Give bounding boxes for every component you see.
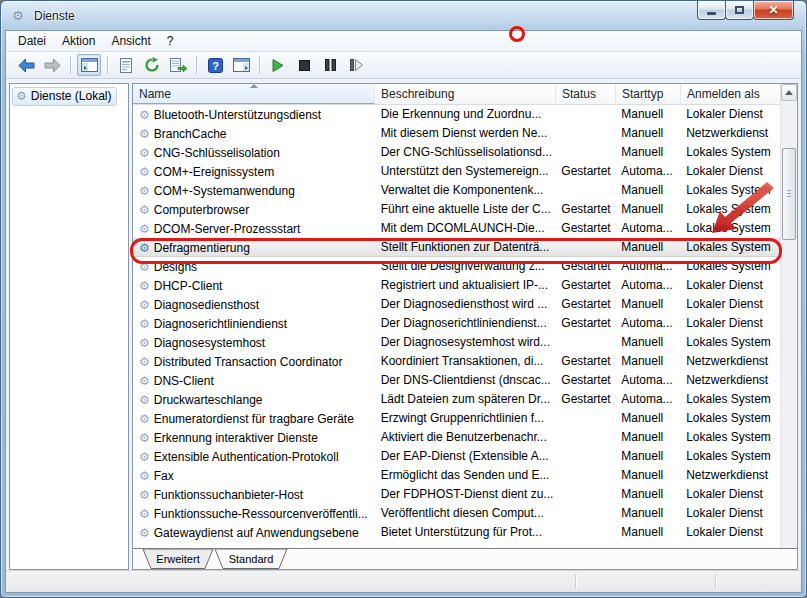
gear-icon: ⚙	[139, 185, 150, 197]
service-startup-type: Automa...	[615, 390, 680, 409]
table-row[interactable]: ⚙Distributed Transaction CoordinatorKoor…	[133, 352, 780, 371]
column-label: Starttyp	[622, 87, 663, 101]
scroll-up-icon	[785, 90, 793, 95]
table-row[interactable]: ⚙COM+-SystemanwendungVerwaltet die Kompo…	[133, 181, 780, 200]
refresh-button[interactable]	[140, 54, 164, 76]
service-name-cell: ⚙Defragmentierung	[133, 238, 375, 257]
service-description: Der CNG-Schlüsselisolationsd...	[375, 143, 556, 162]
table-row[interactable]: ⚙DiagnosediensthostDer Diagnosediensthos…	[133, 295, 780, 314]
back-button[interactable]	[14, 54, 38, 76]
gear-icon: ⚙	[139, 527, 150, 539]
minimize-button[interactable]	[697, 1, 726, 20]
table-row[interactable]: ⚙DiagnosesystemhostDer Diagnosesystemhos…	[133, 333, 780, 352]
service-name: Bluetooth-Unterstützungsdienst	[154, 108, 321, 122]
service-status: Gestartet	[555, 390, 615, 409]
gear-icon: ⚙	[16, 90, 27, 102]
properties-button[interactable]	[114, 54, 138, 76]
service-name-cell: ⚙Funktionssuchanbieter-Host	[133, 485, 375, 504]
table-row[interactable]: ⚙DCOM-Server-ProzessstartMit dem DCOMLAU…	[133, 219, 780, 238]
table-row[interactable]: ⚙DesignsStellt die Designverwaltung z...…	[133, 257, 780, 276]
service-status	[555, 466, 615, 485]
title-bar[interactable]: ⚙ Dienste ✕	[1, 1, 806, 30]
service-status: Gestartet	[555, 257, 615, 276]
table-row[interactable]: ⚙CNG-SchlüsselisolationDer CNG-Schlüssel…	[133, 143, 780, 162]
column-header-starttyp[interactable]: Starttyp	[616, 84, 681, 104]
service-startup-type: Automa...	[615, 219, 680, 238]
service-description: Der Diagnosesystemhost wird...	[375, 333, 556, 352]
service-description: Stellt Funktionen zur Datenträ...	[375, 238, 556, 257]
gear-icon: ⚙	[139, 109, 150, 121]
export-list-button[interactable]	[166, 54, 190, 76]
gear-icon: ⚙	[139, 318, 150, 330]
service-logon-as: Lokales System	[680, 257, 780, 276]
toolbar-separator	[259, 56, 260, 74]
table-row[interactable]: ⚙Funktionssuchanbieter-HostDer FDPHOST-D…	[133, 485, 780, 504]
forward-arrow-icon	[44, 58, 61, 73]
service-status: Gestartet	[555, 219, 615, 238]
table-row[interactable]: ⚙Funktionssuche-Ressourcenveröffentli...…	[133, 504, 780, 523]
start-service-button[interactable]	[266, 54, 290, 76]
window-title: Dienste	[34, 9, 75, 23]
scrollbar-grip-icon	[787, 190, 791, 198]
close-button[interactable]: ✕	[753, 1, 794, 20]
service-description: Koordiniert Transaktionen, di...	[375, 352, 556, 371]
forward-button[interactable]	[40, 54, 64, 76]
table-row[interactable]: ⚙Bluetooth-UnterstützungsdienstDie Erken…	[133, 105, 780, 124]
table-row[interactable]: ⚙COM+-EreignissystemUnterstützt den Syst…	[133, 162, 780, 181]
menu-datei[interactable]: Datei	[10, 32, 54, 50]
service-status	[555, 428, 615, 447]
pause-service-button[interactable]	[318, 54, 342, 76]
table-row[interactable]: ⚙DNS-ClientDer DNS-Clientdienst (dnscac.…	[133, 371, 780, 390]
service-name-cell: ⚙Erkennung interaktiver Dienste	[133, 428, 375, 447]
service-name-cell: ⚙BranchCache	[133, 124, 375, 143]
service-status: Gestartet	[555, 276, 615, 295]
menu-aktion[interactable]: Aktion	[54, 32, 103, 50]
show-console-tree-button[interactable]	[77, 54, 101, 76]
service-logon-as: Netzwerkdienst	[680, 466, 780, 485]
tab-standard-label[interactable]: Standard	[229, 553, 274, 565]
column-header-beschreibung[interactable]: Beschreibung	[375, 84, 556, 104]
service-name: Funktionssuche-Ressourcenveröffentli...	[154, 507, 368, 521]
column-header-anmelden-als[interactable]: Anmelden als	[681, 84, 781, 104]
service-logon-as: Lokales System	[680, 333, 780, 352]
stop-service-button[interactable]	[292, 54, 316, 76]
service-status	[555, 447, 615, 466]
tree-item-dienste-lokal[interactable]: ⚙ Dienste (Lokal)	[12, 87, 117, 106]
action-pane-icon	[233, 58, 250, 72]
menu-ansicht[interactable]: Ansicht	[103, 32, 158, 50]
table-row[interactable]: ⚙ComputerbrowserFührt eine aktuelle List…	[133, 200, 780, 219]
table-row[interactable]: ⚙Erkennung interaktiver DiensteAktiviert…	[133, 428, 780, 447]
table-row[interactable]: ⚙Enumeratordienst für tragbare GeräteErz…	[133, 409, 780, 428]
maximize-button[interactable]	[725, 1, 754, 20]
menu-hilfe[interactable]: ?	[159, 32, 182, 50]
table-row[interactable]: ⚙DruckwarteschlangeLädt Dateien zum spät…	[133, 390, 780, 409]
table-row[interactable]: ⚙DHCP-ClientRegistriert und aktualisiert…	[133, 276, 780, 295]
vertical-scrollbar[interactable]	[780, 84, 797, 569]
show-action-pane-button[interactable]	[229, 54, 253, 76]
table-row[interactable]: ⚙FaxErmöglicht das Senden und E...Manuel…	[133, 466, 780, 485]
toolbar: ?	[6, 52, 801, 79]
service-startup-type: Manuell	[615, 295, 680, 314]
table-row[interactable]: ⚙Gatewaydienst auf AnwendungsebeneBietet…	[133, 523, 780, 542]
gear-icon: ⚙	[139, 375, 150, 387]
tab-erweitert-label[interactable]: Erweitert	[156, 553, 199, 565]
help-button[interactable]: ?	[203, 54, 227, 76]
table-row[interactable]: ⚙BranchCacheMit diesem Dienst werden Ne.…	[133, 124, 780, 143]
gear-icon: ⚙	[139, 166, 150, 178]
service-logon-as: Lokaler Dienst	[680, 314, 780, 333]
restart-service-button[interactable]	[344, 54, 368, 76]
service-name: Diagnosediensthost	[154, 298, 259, 312]
scrollbar-thumb[interactable]	[782, 148, 796, 240]
scroll-up-button[interactable]	[781, 84, 797, 101]
column-header-name[interactable]: Name	[133, 84, 375, 104]
column-label: Anmelden als	[687, 87, 760, 101]
service-status	[555, 181, 615, 200]
table-row[interactable]: ⚙DiagnoserichtliniendienstDer Diagnoseri…	[133, 314, 780, 333]
service-name-cell: ⚙Fax	[133, 466, 375, 485]
column-header-status[interactable]: Status	[556, 84, 616, 104]
table-row[interactable]: ⚙DefragmentierungStellt Funktionen zur D…	[133, 238, 780, 257]
service-logon-as: Lokales System	[680, 219, 780, 238]
service-description: Der Diagnoserichtliniendienst...	[375, 314, 556, 333]
table-row[interactable]: ⚙Extensible Authentication-ProtokollDer …	[133, 447, 780, 466]
service-description: Die Erkennung und Zuordnu...	[375, 105, 556, 124]
